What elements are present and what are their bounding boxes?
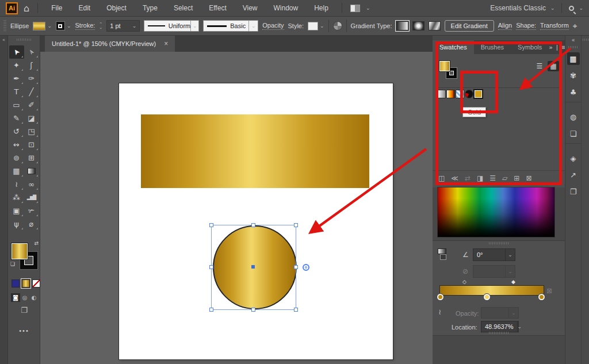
- fill-swatch[interactable]: [33, 22, 45, 30]
- default-fill-stroke-icon[interactable]: ❏: [10, 261, 15, 267]
- align-label[interactable]: Align: [498, 22, 512, 30]
- gradient-stop-right[interactable]: [538, 294, 545, 300]
- selection-handle-s[interactable]: [251, 308, 255, 312]
- gold-gradient-rectangle[interactable]: [141, 114, 369, 188]
- tab-symbols[interactable]: Symbols: [511, 40, 549, 54]
- gripper[interactable]: [568, 46, 579, 48]
- eraser-tool[interactable]: ◪: [24, 112, 39, 125]
- radial-gradient-button[interactable]: [412, 21, 424, 30]
- color-spectrum[interactable]: [437, 187, 555, 237]
- show-swatch-kinds-icon[interactable]: ◨: [477, 174, 483, 182]
- swatch-libraries-icon[interactable]: ◫: [438, 174, 445, 182]
- selection-handle-sw[interactable]: [209, 308, 213, 312]
- arrange-documents-icon[interactable]: ⌖: [573, 21, 577, 31]
- gradient-stop-left[interactable]: [437, 294, 443, 300]
- change-screen-mode-icon[interactable]: ❐: [8, 306, 40, 315]
- grid-view-icon[interactable]: ▦: [548, 61, 559, 71]
- magic-wand-tool[interactable]: ✦: [9, 59, 24, 72]
- color-panel-icon[interactable]: ◍: [567, 110, 580, 123]
- gradient-slider[interactable]: [440, 286, 544, 295]
- swatch-orange-gradient[interactable]: [446, 90, 455, 98]
- fill-indicator[interactable]: [11, 243, 28, 260]
- gradient-midpoint-selected[interactable]: ◆: [511, 279, 515, 285]
- selection-tool[interactable]: ➤: [9, 45, 24, 59]
- eyedropper-tool[interactable]: ≀: [9, 178, 24, 191]
- menu-window[interactable]: Window: [269, 4, 304, 12]
- search-icon[interactable]: [569, 6, 574, 11]
- column-graph-tool[interactable]: ▂▆█: [24, 191, 39, 204]
- type-tool[interactable]: T: [9, 85, 24, 98]
- menu-view[interactable]: View: [238, 4, 263, 12]
- toolbar-collapse-strip[interactable]: «: [0, 36, 8, 364]
- new-swatch-icon[interactable]: ⊞: [514, 174, 519, 182]
- shape-builder-tool[interactable]: ⊚: [9, 151, 24, 164]
- gradient-tool[interactable]: [24, 164, 39, 178]
- color-swatch-button[interactable]: [12, 279, 20, 288]
- rectangle-tool[interactable]: ▭: [9, 98, 24, 112]
- tab-brushes[interactable]: Brushes: [474, 40, 511, 54]
- swap-fill-stroke-icon[interactable]: ⇄: [34, 240, 39, 246]
- symbol-sprayer-tool[interactable]: ⁂: [9, 191, 24, 204]
- artboard-tool[interactable]: ▣: [9, 204, 24, 217]
- gradient-eyedropper-icon[interactable]: ≀: [438, 308, 441, 316]
- line-segment-tool[interactable]: ╱: [24, 85, 39, 98]
- draw-normal-mode[interactable]: ◙: [11, 293, 20, 302]
- close-tab-icon[interactable]: ×: [164, 40, 168, 48]
- brush-definition-dropdown[interactable]: Basic ⌄: [203, 20, 258, 32]
- menu-help[interactable]: Help: [309, 4, 334, 12]
- gripper[interactable]: [583, 39, 588, 41]
- chevron-down-icon[interactable]: ⌄: [366, 5, 370, 11]
- add-to-library-icon[interactable]: ⇄: [465, 174, 471, 182]
- collapse-panels-icon[interactable]: «: [565, 37, 581, 43]
- gripper[interactable]: [17, 39, 32, 41]
- swatch-blue-pattern[interactable]: [456, 90, 464, 98]
- menu-select[interactable]: Select: [169, 4, 198, 12]
- chevron-down-icon[interactable]: ⌄: [550, 5, 555, 11]
- rotate-tool[interactable]: ↺: [9, 125, 24, 138]
- tab-swatches[interactable]: Swatches: [433, 40, 474, 54]
- illustrator-logo[interactable]: Ai: [6, 2, 18, 14]
- fill-proxy[interactable]: [439, 61, 450, 71]
- paintbrush-tool[interactable]: ✐: [24, 98, 39, 112]
- mesh-tool[interactable]: ▦: [9, 164, 24, 178]
- menu-type[interactable]: Type: [137, 4, 163, 12]
- gradient-angle-field[interactable]: 0° ⌄: [473, 248, 515, 261]
- shape-label[interactable]: Shape:: [516, 22, 536, 30]
- width-tool[interactable]: ↭: [9, 138, 24, 151]
- export-panel-icon[interactable]: ↗: [567, 168, 580, 181]
- canvas[interactable]: [40, 52, 433, 364]
- object-center-point[interactable]: [251, 265, 255, 269]
- zoom-tool[interactable]: ⌀: [24, 217, 39, 231]
- ellipse-pie-widget[interactable]: [303, 264, 309, 271]
- fill-color-dropdown[interactable]: ⌄: [33, 22, 52, 30]
- layers-panel-icon[interactable]: ◈: [567, 152, 580, 164]
- perspective-grid-tool[interactable]: ⊞: [24, 151, 39, 164]
- delete-swatch-icon[interactable]: ⊠: [526, 174, 531, 182]
- gradient-midpoint[interactable]: ◇: [462, 279, 466, 285]
- linear-gradient-button[interactable]: [396, 21, 408, 30]
- step-down-icon[interactable]: ⌄: [99, 26, 102, 29]
- menu-effect[interactable]: Effect: [204, 4, 231, 12]
- menu-file[interactable]: File: [46, 4, 67, 12]
- new-color-group-icon[interactable]: ▱: [502, 174, 507, 182]
- gripper[interactable]: [489, 332, 508, 334]
- gradient-swatch-button[interactable]: [22, 279, 30, 288]
- selection-handle-ne[interactable]: [294, 223, 298, 227]
- selection-handle-se[interactable]: [294, 308, 298, 312]
- style-dropdown[interactable]: ⌄: [308, 22, 324, 30]
- pen-tool[interactable]: ✒: [9, 72, 24, 85]
- free-transform-tool[interactable]: ⊡: [24, 138, 39, 151]
- workspace-label[interactable]: Essentials Classic: [490, 4, 546, 12]
- symbols-panel-icon[interactable]: ♣: [567, 86, 580, 98]
- collapse-icon[interactable]: «: [2, 37, 5, 43]
- home-icon[interactable]: ⌂: [24, 3, 29, 14]
- recolor-artwork-icon[interactable]: [333, 21, 342, 30]
- style-swatch[interactable]: [308, 22, 318, 30]
- swatch-gold-selected[interactable]: [474, 90, 483, 98]
- gripper[interactable]: [3, 20, 6, 32]
- gradient-stop-middle[interactable]: [484, 294, 490, 300]
- direct-selection-tool[interactable]: ➢: [24, 45, 39, 59]
- delete-stop-icon[interactable]: ⊠: [546, 287, 552, 295]
- slice-tool[interactable]: ✃: [24, 204, 39, 217]
- hand-tool[interactable]: ψ: [9, 217, 24, 231]
